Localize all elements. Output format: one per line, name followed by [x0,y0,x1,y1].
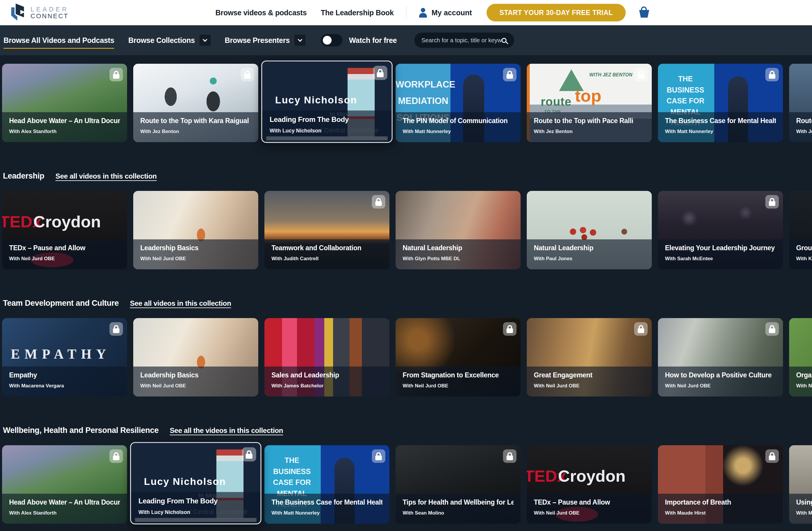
card-overlay: Leading From The Body With Lucy Nicholso… [262,110,392,142]
video-card[interactable]: Natural Leadership With Glyn Potts MBE D… [395,191,521,269]
video-title: Natural Leadership [403,244,513,252]
collection-section: Leadership See all videos in this collec… [0,171,812,269]
free-trial-button[interactable]: START YOUR 30-DAY FREE TRIAL [487,4,626,22]
video-card[interactable]: Ground With Kell [789,191,812,269]
lock-icon [765,322,779,336]
logo-line2: CONNECT [30,13,69,19]
video-card[interactable]: Head Above Water – An Ultra Documentary … [2,445,127,523]
video-title: Route t [796,117,812,125]
lock-icon [765,449,779,463]
thumbnail-text: Lucy Nicholson [275,95,358,106]
video-card[interactable]: Using With Ma [789,445,812,523]
search-box [415,32,514,48]
video-title: Leading From The Body [270,115,385,124]
video-presenter: With Macarena Vergara [9,383,120,389]
video-title: How to Develop a Positive Culture [665,371,776,379]
logo[interactable]: LEADER CONNECT [8,3,69,22]
video-card[interactable]: Lucy NicholsonIn MovementUniversity of C… [130,442,261,524]
card-row: EMPATHY Empathy With Macarena Vergara Le… [0,318,812,396]
video-card[interactable]: Leadership Basics With Neil Jurd OBE [133,318,258,396]
card-overlay: Route to the Top with Pace Ralli With Je… [527,112,652,142]
video-title: Leadership Basics [140,371,251,379]
section-head: Leadership See all videos in this collec… [0,171,812,182]
card-overlay: Empathy With Macarena Vergara [2,366,127,396]
video-title: TEDx – Pause and Allow [534,499,645,506]
search-icon[interactable] [502,38,507,43]
video-presenter: With Lucy Nicholson [139,509,253,515]
watch-free-toggle[interactable] [321,34,343,46]
video-title: The Business Case for Mental Health in t… [665,117,776,125]
card-overlay: Route t With Jez [789,112,812,142]
video-presenter: With Neil Jurd OBE [9,256,120,262]
video-card[interactable]: THEBUSINESSCASE FORMENTALHEALTH The Busi… [658,64,783,142]
card-overlay: Leadership Basics With Neil Jurd OBE [133,239,258,269]
collection-section: Wellbeing, Health and Personal Resilienc… [0,426,812,523]
toggle-knob [323,36,332,45]
thumbnail-text: Croydon [558,466,626,486]
lock-icon [765,68,779,81]
video-card[interactable]: Sales and Leadership With James Batchelo… [264,318,389,396]
video-presenter: With Neil Jurd OBE [534,383,645,389]
video-card[interactable]: From Stagnation to Excellence With Neil … [395,318,521,396]
thumbnail-text: Croydon [33,212,101,231]
card-overlay: Importance of Breath With Maude Hirst [658,494,783,523]
card-overlay: How to Develop a Positive Culture With N… [658,366,783,396]
video-card[interactable]: WORKPLACEMEDIATIONSOLUTIONS The PIN Mode… [395,64,521,142]
video-card[interactable]: Leadership Basics With Neil Jurd OBE [133,191,258,269]
video-card[interactable]: Natural Leadership With Paul Jones [527,191,652,269]
thumbnail-text: WITH JEZ BENTON [589,72,632,78]
thumbnail-text: THE [658,74,713,83]
video-card[interactable]: Head Above Water – An Ultra Documentary … [2,64,127,142]
video-title: Route to the Top with Kara Raigual [140,117,251,125]
card-overlay: Ground With Kell [789,239,812,269]
video-card[interactable]: TEDxCroydon TEDx – Pause and Allow With … [527,445,652,523]
browse-collections-dropdown[interactable]: Browse Collections [128,34,211,46]
card-overlay: The PIN Model of Communication With Matt… [395,112,521,142]
basket-icon[interactable] [639,6,649,19]
video-title: Teamwork and Collaboration [272,244,382,252]
nav-leadership-book[interactable]: The Leadership Book [321,9,394,17]
header-nav: Browse videos & podcasts The Leadership … [215,9,393,17]
video-card[interactable]: Teamwork and Collaboration With Judith C… [264,191,389,269]
filter-bar: Browse All Videos and Podcasts Browse Co… [0,25,812,55]
card-row: Head Above Water – An Ultra Documentary … [0,64,812,142]
video-card[interactable]: How to Develop a Positive Culture With N… [658,318,783,396]
card-overlay: Teamwork and Collaboration With Judith C… [264,239,389,269]
collection-title: Team Development and Culture [3,299,119,308]
video-card[interactable]: THEBUSINESSCASE FORMENTALHEALTH The Busi… [264,445,389,523]
video-title: Head Above Water – An Ultra Documentary [9,117,120,125]
video-card[interactable]: Importance of Breath With Maude Hirst [658,445,783,523]
video-presenter: With Sarah McEntee [665,256,776,262]
see-all-link[interactable]: See all videos in this collection [130,299,231,307]
collection-title: Leadership [3,171,44,181]
chevron-down-icon[interactable] [200,34,211,46]
video-card[interactable]: Tips for Health and Wellbeing for Leader… [395,445,521,523]
my-account-button[interactable]: My account [419,8,472,18]
collection-section: Head Above Water – An Ultra Documentary … [0,64,812,142]
video-card[interactable]: Organi With Nei [789,318,812,396]
search-input[interactable] [421,37,502,44]
video-card[interactable]: Route t With Jez [789,64,812,142]
browse-all-videos-link[interactable]: Browse All Videos and Podcasts [3,36,114,45]
video-card[interactable]: TEDxCroydon TEDx – Pause and Allow With … [2,191,127,269]
thumbnail-text: top [575,86,601,106]
video-card[interactable]: Elevating Your Leadership Journey With S… [658,191,783,269]
browse-collections-label: Browse Collections [128,36,195,45]
thumbnail-text: Lucy Nicholson [144,476,226,488]
video-card[interactable]: Route to the Top with Kara Raigual With … [133,64,258,142]
video-title: Leadership Basics [140,244,251,252]
video-card[interactable]: Great Engagement With Neil Jurd OBE [527,318,652,396]
lock-icon [503,322,517,336]
see-all-link[interactable]: See all videos in this collection [56,172,157,180]
video-card[interactable]: EMPATHY Empathy With Macarena Vergara [2,318,127,396]
video-card[interactable]: Lucy NicholsonIn MovementUniversity of C… [261,60,392,143]
nav-browse-videos-podcasts[interactable]: Browse videos & podcasts [215,9,307,17]
logo-line1: LEADER [30,6,69,13]
see-all-link[interactable]: See all the videos in this collection [170,427,283,435]
chevron-down-icon[interactable] [294,34,305,46]
video-card[interactable]: routeTO THEtopWITH JEZ BENTON Route to t… [527,64,652,142]
browse-presenters-dropdown[interactable]: Browse Presenters [225,34,305,46]
card-overlay: Sales and Leadership With James Batchelo… [264,366,389,396]
video-title: Organi [796,371,812,379]
card-overlay: Natural Leadership With Paul Jones [527,239,652,269]
